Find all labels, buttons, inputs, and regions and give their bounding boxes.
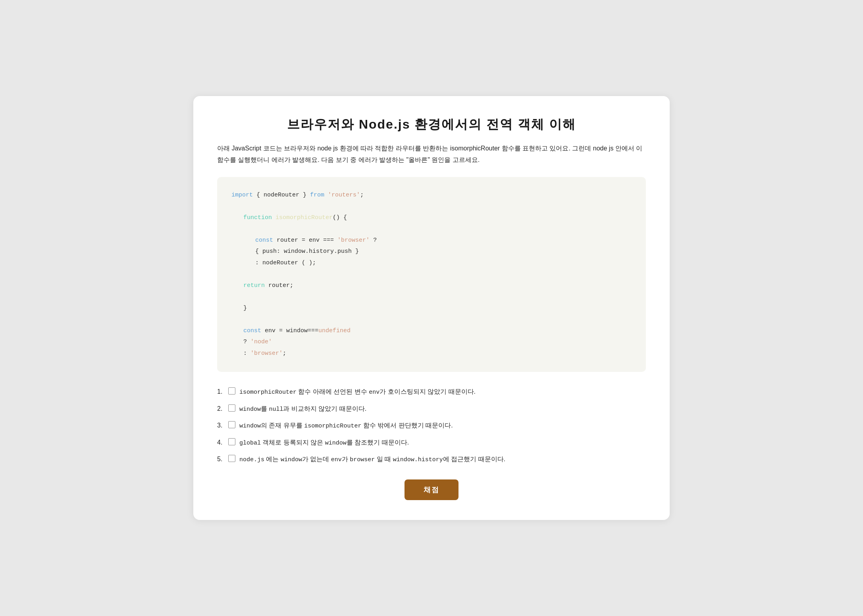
submit-area: 채점	[217, 479, 646, 500]
option-checkbox-3[interactable]	[228, 421, 235, 428]
option-item-5: 5. node.js 에는 window가 없는데 env가 browser 일…	[217, 454, 646, 465]
option-number-5: 5.	[217, 454, 228, 464]
submit-button[interactable]: 채점	[405, 479, 458, 500]
code-line-5: const router = env === 'browser' ?	[255, 235, 632, 246]
option-checkbox-2[interactable]	[228, 404, 235, 412]
option-checkbox-5[interactable]	[228, 455, 235, 462]
option-item-2: 2. window를 null과 비교하지 않았기 때문이다.	[217, 403, 646, 415]
code-line-11: }	[243, 303, 632, 314]
code-line-2	[231, 201, 632, 212]
code-line-13: const env = window===undefined	[243, 325, 632, 337]
description: 아래 JavaScript 코드는 브라우저와 node js 환경에 따라 적…	[217, 143, 646, 166]
option-text-3: window의 존재 유무를 isomorphicRouter 함수 밖에서 판…	[239, 420, 646, 431]
option-number-3: 3.	[217, 420, 228, 431]
option-item-4: 4. global 객체로 등록되지 않은 window를 참조했기 때문이다.	[217, 437, 646, 449]
code-line-10	[231, 291, 632, 303]
code-line-8	[231, 269, 632, 280]
option-item-3: 3. window의 존재 유무를 isomorphicRouter 함수 밖에…	[217, 420, 646, 431]
option-number-4: 4.	[217, 437, 228, 448]
option-text-2: window를 null과 비교하지 않았기 때문이다.	[239, 403, 646, 415]
option-text-1: isomorphicRouter 함수 아래에 선언된 변수 env가 호이스팅…	[239, 386, 646, 398]
code-line-1: import { nodeRouter } from 'routers';	[231, 190, 632, 201]
code-line-9: return router;	[243, 280, 632, 292]
code-line-14: ? 'node'	[243, 337, 632, 348]
option-item-1: 1. isomorphicRouter 함수 아래에 선언된 변수 env가 호…	[217, 386, 646, 398]
code-line-4	[231, 223, 632, 235]
option-text-5: node.js 에는 window가 없는데 env가 browser 일 때 …	[239, 454, 646, 465]
code-line-3: function isomorphicRouter() {	[243, 212, 632, 224]
code-line-6: { push: window.history.push }	[255, 246, 632, 258]
code-block: import { nodeRouter } from 'routers'; fu…	[217, 177, 646, 372]
option-text-4: global 객체로 등록되지 않은 window를 참조했기 때문이다.	[239, 437, 646, 449]
code-line-7: : nodeRouter ( );	[255, 258, 632, 269]
option-checkbox-1[interactable]	[228, 387, 235, 395]
page-title: 브라우저와 Node.js 환경에서의 전역 객체 이해	[217, 116, 646, 133]
code-line-12	[231, 314, 632, 325]
option-checkbox-4[interactable]	[228, 438, 235, 445]
options-list: 1. isomorphicRouter 함수 아래에 선언된 변수 env가 호…	[217, 386, 646, 465]
option-number-2: 2.	[217, 403, 228, 414]
code-line-15: : 'browser';	[243, 348, 632, 360]
option-number-1: 1.	[217, 386, 228, 397]
main-card: 브라우저와 Node.js 환경에서의 전역 객체 이해 아래 JavaScri…	[193, 96, 670, 520]
